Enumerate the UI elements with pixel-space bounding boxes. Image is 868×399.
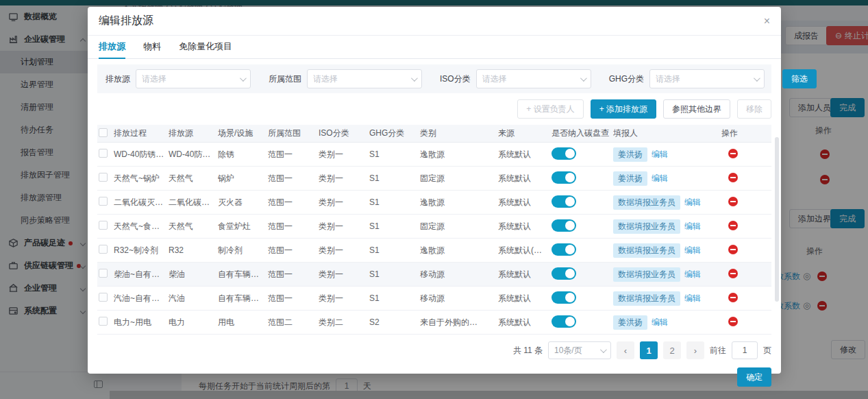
ghg-category-select[interactable]: 请选择: [649, 69, 765, 88]
include-in-inventory-toggle[interactable]: [551, 291, 576, 304]
cell-scope: 范围一: [268, 221, 319, 232]
page-2-button[interactable]: 2: [663, 341, 681, 359]
reference-other-boundary-button[interactable]: 参照其他边界: [663, 99, 730, 119]
edit-reporter-link[interactable]: 编辑: [652, 173, 668, 183]
cell-process: 天然气~锅炉: [114, 173, 169, 184]
remove-row-icon[interactable]: [728, 269, 738, 278]
cell-iso: 类别一: [319, 269, 369, 280]
table-row: R32~制冷剂 R32 制冷剂 范围一 类别一 S1 逸散源 系统默认(已… 数…: [97, 239, 771, 263]
cell-origin: 系统默认: [498, 173, 551, 184]
total-count-label: 共 11 条: [513, 345, 543, 356]
cell-category: 逸散源: [420, 245, 498, 256]
remove-row-icon[interactable]: [728, 197, 738, 206]
edit-reporter-link[interactable]: 编辑: [684, 269, 701, 279]
cell-process: R32~制冷剂: [114, 245, 169, 256]
scope-select[interactable]: 请选择: [307, 69, 422, 88]
include-in-inventory-toggle[interactable]: [551, 315, 576, 328]
cell-facility: 用电: [218, 317, 268, 328]
emission-source-select[interactable]: 请选择: [136, 69, 251, 88]
edit-reporter-link[interactable]: 编辑: [684, 221, 701, 231]
include-in-inventory-toggle[interactable]: [551, 171, 576, 184]
select-all-checkbox[interactable]: [99, 128, 108, 137]
cell-scope: 范围一: [268, 245, 319, 256]
cell-facility: 自有车辆耗油…: [218, 293, 268, 304]
include-in-inventory-toggle[interactable]: [551, 195, 576, 208]
filter-bar: 排放源 请选择 所属范围 请选择 ISO分类 请选择: [97, 64, 771, 93]
row-checkbox[interactable]: [99, 317, 108, 326]
tab-material[interactable]: 物料: [143, 36, 161, 59]
col-process: 排放过程: [114, 128, 169, 139]
edit-reporter-link[interactable]: 编辑: [684, 245, 701, 255]
col-category: 类别: [420, 128, 498, 139]
reporter-tag: 数据填报业务员: [613, 243, 680, 258]
row-checkbox[interactable]: [99, 149, 108, 158]
include-in-inventory-toggle[interactable]: [551, 219, 576, 232]
cell-iso: 类别一: [319, 197, 369, 208]
page-size-select[interactable]: 10条/页: [548, 341, 611, 359]
cell-scope: 范围二: [268, 317, 319, 328]
cell-iso: 类别一: [319, 173, 369, 184]
cell-iso: 类别一: [319, 221, 369, 232]
row-checkbox[interactable]: [99, 197, 108, 206]
table-row: 电力~用电 电力 用电 范围二 类别二 S2 来自于外购的… 系统默认 姜洪扬编…: [97, 311, 771, 335]
col-scope: 所属范围: [268, 128, 319, 139]
col-operation: 操作: [721, 128, 771, 139]
next-page-button[interactable]: ›: [686, 341, 704, 359]
cell-scope: 范围一: [268, 293, 319, 304]
cell-origin: 系统默认(已…: [498, 245, 551, 256]
remove-row-icon[interactable]: [728, 245, 738, 254]
row-checkbox[interactable]: [99, 221, 108, 230]
cell-process: 汽油~自有车辆…: [114, 293, 169, 304]
edit-reporter-link[interactable]: 编辑: [684, 197, 701, 207]
chevron-down-icon: [411, 75, 418, 82]
cell-iso: 类别一: [319, 245, 369, 256]
cell-ghg: S1: [369, 245, 420, 255]
remove-row-icon[interactable]: [728, 317, 738, 326]
edit-reporter-link[interactable]: 编辑: [652, 149, 668, 159]
filter-label-scope: 所属范围: [269, 73, 301, 85]
remove-row-icon[interactable]: [728, 173, 738, 182]
cell-origin: 系统默认: [498, 317, 551, 328]
table-body: WD-40防锈油~… WD-40防锈油 除锈 范围一 类别一 S1 逸散源 系统…: [97, 143, 771, 335]
add-emission-source-button[interactable]: + 添加排放源: [591, 99, 656, 119]
iso-category-select[interactable]: 请选择: [476, 69, 591, 88]
cell-origin: 系统默认: [498, 293, 551, 304]
include-in-inventory-toggle[interactable]: [551, 267, 576, 280]
tab-emission-source[interactable]: 排放源: [99, 36, 125, 59]
set-owner-button[interactable]: + 设置负责人: [517, 99, 583, 119]
edit-reporter-link[interactable]: 编辑: [684, 293, 701, 303]
confirm-button[interactable]: 确定: [737, 367, 771, 387]
cell-category: 逸散源: [420, 197, 498, 208]
cell-ghg: S1: [369, 269, 420, 279]
col-ghg: GHG分类: [369, 128, 420, 139]
cell-source: 二氧化碳灭火器: [169, 197, 218, 208]
row-checkbox[interactable]: [99, 293, 108, 302]
remove-button[interactable]: 移除: [737, 99, 771, 119]
prev-page-button[interactable]: ‹: [617, 341, 634, 359]
row-checkbox[interactable]: [99, 269, 108, 278]
cell-category: 移动源: [420, 293, 498, 304]
remove-row-icon[interactable]: [728, 293, 738, 302]
row-checkbox[interactable]: [99, 245, 108, 254]
remove-row-icon[interactable]: [728, 221, 738, 230]
include-in-inventory-toggle[interactable]: [551, 243, 576, 256]
table-row: 天然气~锅炉 天然气 锅炉 范围一 类别一 S1 固定源 系统默认 姜洪扬编辑: [97, 167, 771, 191]
cell-scope: 范围一: [268, 149, 319, 160]
table-actions: + 设置负责人 + 添加排放源 参照其他边界 移除: [97, 99, 771, 119]
page-1-button[interactable]: 1: [640, 341, 658, 359]
remove-row-icon[interactable]: [728, 149, 738, 158]
close-icon[interactable]: ×: [764, 16, 770, 27]
filter-label-iso: ISO分类: [440, 73, 471, 85]
col-iso: ISO分类: [319, 128, 369, 139]
edit-reporter-link[interactable]: 编辑: [652, 317, 668, 327]
table-row: WD-40防锈油~… WD-40防锈油 除锈 范围一 类别一 S1 逸散源 系统…: [97, 143, 771, 167]
table-scrollbar[interactable]: [775, 137, 779, 302]
goto-page-input[interactable]: 1: [732, 341, 758, 359]
cell-origin: 系统默认: [498, 149, 551, 160]
row-checkbox[interactable]: [99, 173, 108, 182]
include-in-inventory-toggle[interactable]: [551, 147, 576, 160]
filter-button[interactable]: 筛选: [782, 69, 817, 88]
table-row: 柴油~自有车辆… 柴油 自有车辆耗油… 范围一 类别一 S1 移动源 系统默认 …: [97, 263, 771, 287]
cell-source: 电力: [169, 317, 218, 328]
tab-exempt-items[interactable]: 免除量化项目: [179, 36, 232, 59]
